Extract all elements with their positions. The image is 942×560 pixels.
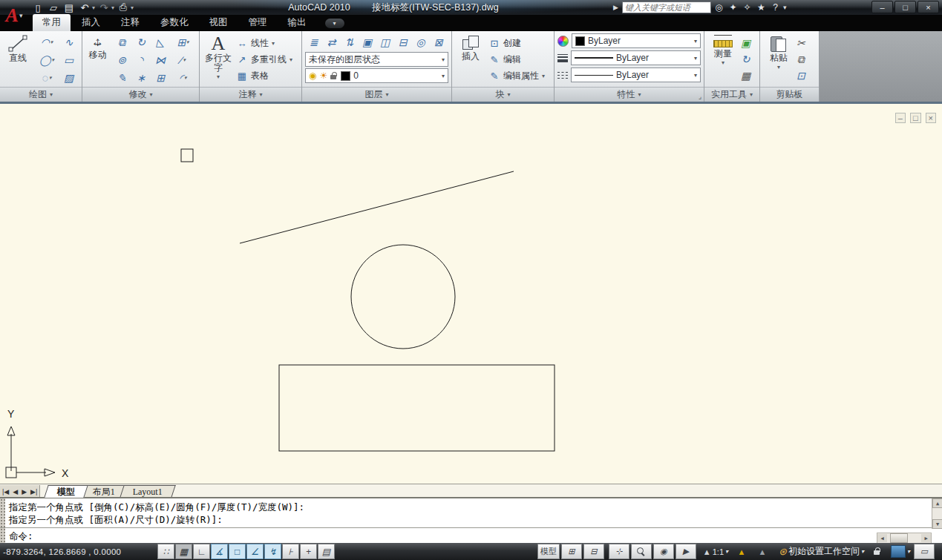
favorites-icon[interactable]: ★ — [755, 1, 768, 13]
rectangle-entity[interactable] — [279, 365, 555, 451]
otrack-toggle[interactable]: ∠ — [246, 544, 264, 559]
subscription-icon[interactable]: ✦ — [727, 1, 739, 13]
layer-dropdown[interactable]: ◉ ☀ 0 ▾ — [305, 68, 448, 83]
scroll-down-icon[interactable]: ▼ — [932, 519, 942, 529]
quick-calc-button[interactable]: ↻ — [741, 51, 750, 67]
explode-button[interactable]: ∗ — [131, 70, 151, 87]
new-file-button[interactable]: ▯ — [31, 1, 45, 13]
layer-off-button[interactable]: ◎ — [412, 33, 429, 50]
clean-screen-button[interactable]: ▭ — [914, 544, 935, 559]
layer-state-dropdown[interactable]: 未保存的图层状态 ▾ — [305, 52, 448, 67]
doc-restore-button[interactable]: □ — [910, 113, 921, 123]
close-button[interactable]: × — [918, 1, 939, 13]
panel-title-properties[interactable]: 特性▾ ⌟ — [555, 87, 704, 102]
tab-output[interactable]: 输出 — [278, 14, 316, 31]
ribbon-minimize-button[interactable]: ▾ — [325, 19, 344, 28]
erase-button[interactable]: ✎ — [112, 70, 131, 87]
restore-button[interactable]: □ — [894, 1, 916, 13]
quick-view-layouts-button[interactable]: ⊞ — [561, 544, 582, 559]
toolbar-lock-button[interactable] — [868, 544, 887, 559]
ortho-toggle[interactable]: ∟ — [193, 544, 210, 559]
layer-match-button[interactable]: ⇄ — [323, 33, 340, 50]
hatch-button[interactable]: ▨ — [59, 70, 79, 87]
cut-button[interactable]: ✂ — [797, 35, 805, 51]
steering-wheel-button[interactable]: ◉ — [653, 544, 674, 559]
measure-button[interactable]: 测量 ▾ — [707, 33, 739, 85]
panel-title-draw[interactable]: 绘图▾ — [0, 87, 82, 102]
dialog-launcher-icon[interactable]: ⌟ — [699, 93, 701, 100]
infocenter-expand-icon[interactable]: ▶ — [613, 4, 621, 11]
ducs-toggle[interactable]: ⊦ — [282, 544, 299, 559]
help-dropdown-icon[interactable]: ▾ — [783, 4, 791, 11]
communication-center-icon[interactable]: ✧ — [741, 1, 753, 13]
chamfer-button[interactable]: ◜▾ — [170, 70, 196, 87]
layer-freeze-button[interactable]: ⊟ — [394, 33, 411, 50]
redo-button[interactable]: ↷ — [97, 1, 111, 13]
minimize-button[interactable]: – — [871, 1, 893, 13]
linetype-dropdown[interactable]: ByLayer ▾ — [571, 67, 701, 82]
search-icon[interactable]: ◎ — [713, 1, 725, 13]
help-icon[interactable]: ? — [769, 1, 782, 13]
scrollbar-thumb[interactable] — [890, 533, 908, 543]
doc-minimize-button[interactable]: – — [895, 113, 906, 123]
line-entity[interactable] — [240, 171, 514, 243]
create-block-button[interactable]: ⊡ 创建 — [488, 35, 545, 51]
redo-dropdown-icon[interactable]: ▾ — [111, 4, 114, 11]
edit-attributes-button[interactable]: ✎ 编辑属性 ▾ — [488, 67, 545, 84]
tab-manage[interactable]: 管理 — [239, 14, 277, 31]
annotation-scale-button[interactable]: ▲ 1:1 ▾ — [701, 544, 730, 559]
tab-layout1-en[interactable]: Layout1 — [120, 485, 177, 498]
insert-block-button[interactable]: 插入 — [455, 33, 486, 85]
undo-dropdown-icon[interactable]: ▾ — [92, 4, 95, 11]
lineweight-dropdown[interactable]: ByLayer ▾ — [571, 50, 701, 65]
layer-lock-button[interactable]: ⊠ — [430, 33, 447, 50]
panel-title-utilities[interactable]: 实用工具▾ — [704, 87, 759, 102]
workspace-switcher[interactable]: ⊛ 初始设置工作空间 ▾ — [776, 544, 866, 559]
ellipse-button[interactable]: ◌▾ — [35, 70, 59, 87]
linear-dimension-button[interactable]: ↔ 线性 ▾ — [236, 35, 292, 51]
snaptrack-toggle[interactable]: ↯ — [264, 544, 281, 559]
polar-toggle[interactable]: ∡ — [211, 544, 228, 559]
circle-button[interactable]: ◯▾ — [35, 52, 59, 69]
prev-tab-button[interactable]: ◀ — [13, 488, 18, 495]
lineweight-icon[interactable] — [557, 54, 568, 62]
rotate-button[interactable]: ↻ — [131, 34, 151, 51]
command-window[interactable]: 指定第一个角点或 [倒角(C)/标高(E)/圆角(F)/厚度(T)/宽度(W)]… — [0, 497, 942, 544]
calculator-button[interactable]: ▦ — [741, 67, 750, 84]
fillet-button[interactable]: ◝ — [131, 52, 151, 69]
move-button[interactable]: ↔↕ 移动 — [85, 33, 110, 85]
offset-button[interactable]: ⊚ — [112, 52, 131, 69]
scroll-left-icon[interactable]: ◀ — [877, 534, 887, 542]
multileader-button[interactable]: ↗ 多重引线 ▾ — [236, 51, 292, 67]
osnap-toggle[interactable]: □ — [229, 544, 246, 559]
line-button[interactable]: 直线 — [3, 33, 33, 85]
panel-title-modify[interactable]: 修改▾ — [82, 87, 199, 102]
next-tab-button[interactable]: ▶ — [22, 488, 27, 495]
copy-clip-button[interactable]: ⧉ — [797, 51, 805, 67]
polyline-button[interactable]: ∿ — [59, 34, 79, 51]
tab-insert[interactable]: 插入 — [72, 14, 110, 31]
panel-title-block[interactable]: 块▾ — [452, 87, 554, 102]
quick-select-button[interactable]: ▣ — [741, 35, 750, 51]
array-button[interactable]: ⊞ — [151, 70, 170, 87]
auto-annotation-button[interactable]: ▲ — [753, 544, 772, 559]
command-prompt[interactable]: 命令: — [9, 530, 33, 542]
layer-isolate-button[interactable]: ▣ — [359, 33, 376, 50]
first-tab-button[interactable]: |◀ — [2, 488, 9, 495]
plot-button[interactable]: ⎙ — [117, 1, 130, 13]
break-button[interactable]: ∕▾ — [170, 52, 196, 69]
dyn-toggle[interactable]: + — [300, 544, 317, 559]
showmotion-button[interactable]: ▶ — [676, 544, 696, 559]
object-color-dropdown[interactable]: ByLayer ▾ — [572, 33, 701, 48]
application-menu-button[interactable]: A ▾ — [0, 0, 28, 31]
quick-view-drawings-button[interactable]: ⊟ — [583, 544, 604, 559]
status-tray-button[interactable]: ▾ — [889, 544, 912, 559]
layer-properties-button[interactable]: ≣ — [305, 33, 322, 50]
panel-title-layers[interactable]: 图层▾ — [302, 87, 451, 102]
table-button[interactable]: ▦ 表格 — [236, 67, 292, 84]
pan-button[interactable]: ⊹ — [609, 544, 629, 559]
linetype-icon[interactable] — [557, 72, 568, 79]
scroll-up-icon[interactable]: ▲ — [932, 498, 942, 508]
model-space-button[interactable]: 模型 — [537, 544, 560, 559]
undo-button[interactable]: ↶ — [78, 1, 91, 13]
